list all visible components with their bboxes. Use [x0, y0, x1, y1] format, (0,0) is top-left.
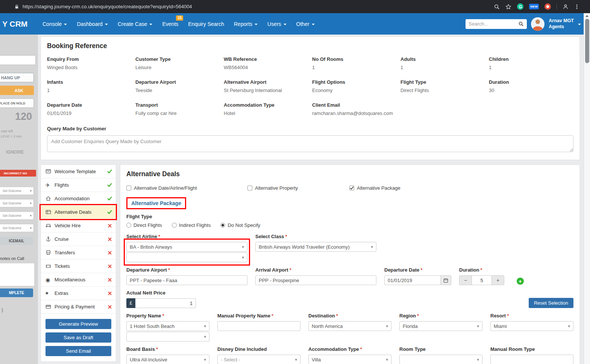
booking-field-duration: Duration30	[489, 79, 573, 93]
board-basis-field: Board Basis* Ultra All-Inclusive▾	[126, 346, 209, 364]
departure-date-input[interactable]	[384, 275, 441, 285]
save-as-draft-button[interactable]: Save as Draft	[46, 332, 111, 343]
sidebar-item-vehicle-hire[interactable]: Vehicle Hire	[41, 219, 116, 233]
deal-type-checkboxes: Alternative Date/Airline/FlightAlternati…	[126, 185, 573, 191]
sidebar-item-accommodation[interactable]: Accommodation	[41, 192, 116, 205]
alternative-package-link[interactable]: Alternative Package	[126, 197, 186, 209]
departure-airport-label: Departure Airport*	[126, 267, 247, 273]
flight-type-indirect-flights[interactable]: Indirect Flights	[172, 222, 211, 228]
sidebar-item-extras[interactable]: *Extras	[41, 287, 116, 300]
add-row-button[interactable]: +	[517, 278, 524, 285]
set-outcome-select[interactable]: Set Outcome▾	[0, 224, 34, 232]
search-submit-icon[interactable]	[515, 21, 526, 27]
region-select[interactable]: Florida▾	[399, 321, 482, 331]
scrollbar[interactable]	[584, 13, 590, 364]
chevron-down-icon: ▾	[386, 324, 388, 329]
set-outcome-select[interactable]: Set Outcome▾	[0, 199, 34, 207]
sidebar-item-welcome-template[interactable]: Welcome Template	[41, 165, 116, 178]
bookmark-star-icon[interactable]	[505, 4, 511, 10]
scroll-up-arrow[interactable]	[584, 13, 590, 18]
nav-item-events[interactable]: Events15	[157, 13, 183, 35]
extension-icon[interactable]	[544, 3, 551, 10]
sidebar-item-alternative-deals[interactable]: Alternative Deals	[41, 205, 116, 219]
nav-item-users[interactable]: Users	[262, 13, 291, 35]
minus-button[interactable]: −	[459, 275, 472, 285]
property-secondary-select[interactable]: ▾	[126, 332, 209, 341]
destination-select[interactable]: North America▾	[308, 321, 391, 331]
query-textarea[interactable]	[47, 135, 573, 152]
booking-reference-card: Booking Reference Enquiry FromWinged Boo…	[41, 36, 580, 160]
manual-property-name-field: Manual Property Name*	[217, 313, 300, 331]
sidebar-item-pricing-payment[interactable]: Pricing & Payment	[41, 300, 116, 314]
nav-item-other[interactable]: Other	[291, 13, 320, 35]
incorrect-no-badge[interactable]: INCORRECT NO	[0, 170, 36, 177]
field-label: Enquiry From	[47, 56, 132, 62]
place-on-hold-button[interactable]: PLACE ON HOLD	[0, 98, 34, 108]
hang-up-button[interactable]: HANG UP	[0, 73, 34, 82]
set-outcome-select[interactable]: Set Outcome▾	[0, 211, 34, 220]
arrival-airport-input[interactable]	[255, 275, 376, 285]
checkbox-alternative-date-airline-flight[interactable]: Alternative Date/Airline/Flight	[126, 185, 247, 191]
nav-item-enquiry-search[interactable]: Enquiry Search	[183, 13, 229, 35]
checkbox-alternative-property[interactable]: Alternative Property	[247, 185, 349, 191]
accommodation-type-select[interactable]: Villa▾	[308, 355, 391, 364]
nav-item-create-case[interactable]: Create Case	[113, 13, 158, 35]
manual-room-type-input[interactable]	[490, 355, 573, 364]
reset-selection-button[interactable]: Reset Selection	[529, 298, 573, 308]
actual-nett-price-input[interactable]	[135, 298, 196, 308]
complete-button[interactable]: MPLETE	[0, 288, 33, 297]
url-bar[interactable]: https://staging.journey-crm.co.uk/enquir…	[23, 4, 192, 9]
flight-type-direct-flights[interactable]: Direct Flights	[126, 222, 162, 228]
accommodation-icon	[46, 196, 55, 201]
sidebar-item-label: Tickets	[55, 263, 108, 269]
scrollbar-thumb[interactable]	[585, 19, 589, 63]
divider	[557, 3, 557, 10]
property-name-select[interactable]: 1 Hotel South Beach▾	[126, 321, 209, 331]
call-notes-box[interactable]	[0, 263, 35, 286]
sidebar-item-transfers[interactable]: Transfers	[41, 246, 116, 260]
grammarly-icon[interactable]: G	[517, 3, 523, 10]
plus-button[interactable]: +	[491, 275, 504, 285]
sidebar-item-cruise[interactable]: Cruise	[41, 233, 116, 246]
field-label: Accommodation Type	[224, 102, 308, 108]
voicemail-button[interactable]: ICEMAIL	[0, 237, 33, 245]
call-panel-input[interactable]	[0, 55, 36, 65]
airline-secondary-select[interactable]: ▾	[126, 252, 247, 262]
departure-airport-input[interactable]	[126, 275, 247, 285]
cross-icon	[108, 251, 112, 255]
chevron-down-icon	[64, 24, 67, 25]
crm-logo[interactable]: Y CRM	[0, 20, 38, 29]
airline-select[interactable]: BA - British Airways▾	[126, 242, 247, 252]
board-basis-select[interactable]: Ultra All-Inclusive▾	[126, 355, 209, 364]
manual-property-name-input[interactable]	[217, 321, 300, 331]
calendar-icon[interactable]	[441, 275, 451, 285]
search-input[interactable]	[466, 21, 515, 27]
set-outcome-select[interactable]: Set Outcome▾	[0, 187, 34, 195]
checkbox-icon	[247, 186, 252, 190]
room-type-select[interactable]: ▾	[399, 355, 482, 364]
chevron-down-icon[interactable]	[578, 24, 581, 25]
resort-select[interactable]: Miami▾	[490, 321, 573, 331]
class-select[interactable]: British Airways World Traveller (Economy…	[255, 242, 376, 252]
search-icon[interactable]	[494, 4, 500, 10]
sidebar-item-flights[interactable]: ✈Flights	[41, 178, 116, 192]
checkbox-alternative-package[interactable]: Alternative Package	[349, 185, 400, 191]
new-extension-badge[interactable]: NEW	[529, 4, 539, 9]
ignore-button[interactable]: IGNORE	[6, 150, 24, 155]
profile-icon[interactable]	[563, 4, 569, 10]
flight-type-do-not-specify[interactable]: Do Not Specify	[220, 222, 260, 228]
nav-item-reports[interactable]: Reports	[229, 13, 262, 35]
avatar[interactable]	[531, 17, 544, 31]
browser-menu-icon[interactable]	[574, 4, 579, 9]
disney-dine-select[interactable]: - Select -▾	[217, 355, 300, 364]
field-label: Adults	[400, 56, 485, 62]
nav-item-console[interactable]: Console	[38, 13, 72, 35]
task-button[interactable]: ASK	[0, 86, 34, 95]
nav-item-dashboard[interactable]: Dashboard	[72, 13, 113, 35]
sidebar-item-miscellaneous[interactable]: ◉Miscellaneous	[41, 273, 116, 287]
sidebar-item-tickets[interactable]: Tickets	[41, 260, 116, 273]
send-email-button[interactable]: Send Email	[46, 346, 111, 356]
generate-preview-button[interactable]: Generate Preview	[46, 319, 111, 329]
field-value: ramcharan.sharma@dotsquares.com	[312, 110, 397, 116]
user-menu[interactable]: Arnav MGT Agents	[549, 18, 574, 30]
